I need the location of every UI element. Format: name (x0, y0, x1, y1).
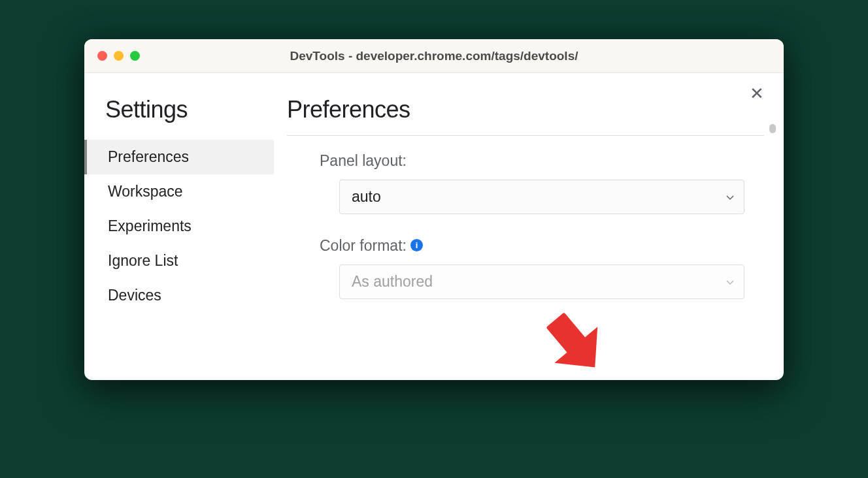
panel-layout-select[interactable]: auto (339, 180, 744, 214)
sidebar-item-devices[interactable]: Devices (84, 278, 274, 313)
color-format-select-wrapper: As authored (339, 264, 744, 299)
sidebar-item-label: Ignore List (108, 252, 178, 269)
preferences-panel: Preferences Panel layout: auto Color for… (274, 73, 784, 380)
info-icon[interactable]: i (410, 239, 423, 251)
sidebar-item-workspace[interactable]: Workspace (84, 174, 274, 209)
settings-sidebar: Settings Preferences Workspace Experimen… (84, 73, 274, 380)
traffic-lights (97, 51, 140, 61)
sidebar-item-label: Devices (108, 287, 161, 304)
sidebar-item-preferences[interactable]: Preferences (84, 140, 274, 174)
preferences-heading: Preferences (287, 96, 764, 135)
panel-layout-select-wrapper: auto (339, 180, 744, 214)
settings-heading: Settings (84, 96, 274, 140)
sidebar-item-label: Experiments (108, 217, 192, 234)
sidebar-item-ignore-list[interactable]: Ignore List (84, 244, 274, 278)
close-window-button[interactable] (97, 51, 107, 61)
window-title: DevTools - developer.chrome.com/tags/dev… (97, 49, 771, 63)
devtools-settings-window: DevTools - developer.chrome.com/tags/dev… (84, 39, 784, 380)
maximize-window-button[interactable] (130, 51, 140, 61)
settings-content: ✕ Settings Preferences Workspace Experim… (84, 73, 784, 380)
sidebar-item-label: Workspace (108, 183, 183, 200)
color-format-label: Color format: i (320, 237, 744, 255)
window-titlebar: DevTools - developer.chrome.com/tags/dev… (84, 39, 784, 73)
form-section: Panel layout: auto Color format: i As au… (287, 152, 764, 299)
minimize-window-button[interactable] (114, 51, 124, 61)
sidebar-item-experiments[interactable]: Experiments (84, 209, 274, 244)
divider (287, 135, 764, 136)
color-format-select[interactable]: As authored (339, 264, 744, 299)
panel-layout-label: Panel layout: (320, 152, 744, 170)
sidebar-item-label: Preferences (108, 148, 189, 165)
